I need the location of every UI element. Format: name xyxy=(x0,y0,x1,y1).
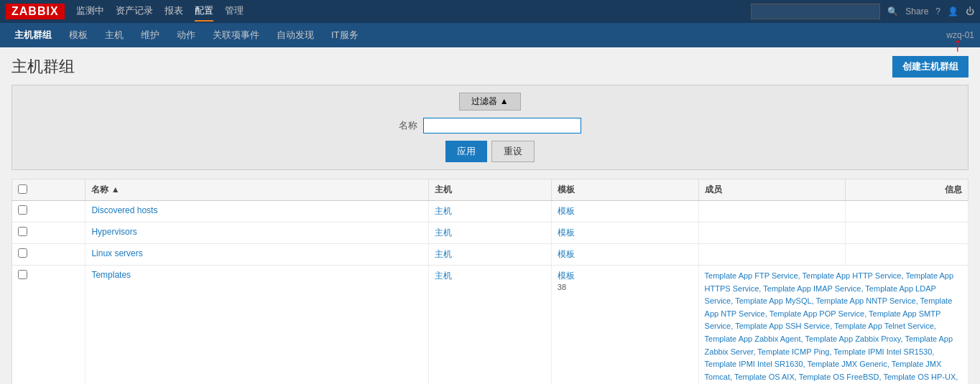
arrow-container: ↑ 创建主机群组 xyxy=(892,56,969,78)
template-item-link[interactable]: Template App Telnet Service xyxy=(834,322,934,330)
template-item-link[interactable]: Template JMX Generic xyxy=(807,360,887,368)
row-hosts: 主机 xyxy=(429,266,552,385)
hosts-link[interactable]: 主机 xyxy=(435,249,452,259)
row-select-checkbox[interactable] xyxy=(18,248,27,258)
settings-icon[interactable]: ⏻ xyxy=(966,6,974,17)
row-hosts: 主机 xyxy=(429,223,552,244)
row-members xyxy=(698,244,846,266)
template-item-link[interactable]: Template ICMP Ping xyxy=(757,347,829,356)
row-checkbox xyxy=(12,223,85,244)
filter-section: 过滤器 ▲ 名称 应用 重设 xyxy=(11,85,969,170)
template-item-link[interactable]: Template App SSH Service xyxy=(735,322,830,330)
filter-toggle-button[interactable]: 过滤器 ▲ xyxy=(459,93,520,111)
table-row: Hypervisors 主机 模板 xyxy=(12,223,969,244)
col-header-checkbox xyxy=(12,179,85,201)
nav-autodiscovery[interactable]: 自动发现 xyxy=(268,24,323,46)
col-header-templates: 模板 xyxy=(551,179,698,201)
row-info xyxy=(846,201,969,223)
row-templates-list: Template App FTP Service, Template App H… xyxy=(698,266,968,385)
page-title: 主机群组 xyxy=(11,56,75,78)
filter-name-input[interactable] xyxy=(423,118,581,134)
template-item-link[interactable]: Template App POP Service xyxy=(769,309,864,318)
nav-reports[interactable]: 报表 xyxy=(165,1,183,22)
template-item-link[interactable]: Template App Zabbix Proxy xyxy=(805,334,900,343)
page-content: 主机群组 ↑ 创建主机群组 过滤器 ▲ 名称 应用 重设 名称 ▲ 主机 xyxy=(0,47,980,384)
row-name: Discovered hosts xyxy=(85,201,429,223)
nav-config[interactable]: 配置 xyxy=(195,1,213,22)
row-name: Hypervisors xyxy=(85,223,429,244)
top-right-controls: 🔍 Share ? 👤 ⏻ xyxy=(751,4,974,19)
nav-correlation[interactable]: 关联项事件 xyxy=(204,24,268,46)
hostgroup-link[interactable]: Discovered hosts xyxy=(91,205,157,215)
create-hostgroup-button[interactable]: 创建主机群组 xyxy=(892,56,969,78)
col-header-hosts: 主机 xyxy=(429,179,552,201)
nav-templates[interactable]: 模板 xyxy=(60,24,96,46)
row-templates: 模板 xyxy=(551,244,698,266)
row-templates: 模板 xyxy=(551,201,698,223)
hostgroup-link[interactable]: Templates xyxy=(91,270,131,280)
filter-header: 过滤器 ▲ xyxy=(19,93,961,111)
template-item-link[interactable]: Template OS HP-UX xyxy=(883,373,956,381)
hosts-link[interactable]: 主机 xyxy=(435,271,452,281)
select-all-checkbox[interactable] xyxy=(18,184,27,194)
table-header-row: 名称 ▲ 主机 模板 成员 信息 xyxy=(12,179,969,201)
templates-link[interactable]: 模板 xyxy=(558,249,575,259)
search-input[interactable] xyxy=(751,4,880,19)
nav-hosts[interactable]: 主机 xyxy=(96,24,132,46)
row-hosts: 主机 xyxy=(429,201,552,223)
top-icons: 🔍 Share ? 👤 ⏻ xyxy=(887,6,974,17)
template-count: 38 xyxy=(558,283,566,291)
nav-maintenance[interactable]: 维护 xyxy=(132,24,168,46)
row-select-checkbox[interactable] xyxy=(18,227,27,236)
row-name: Linux servers xyxy=(85,244,429,266)
hostgroups-table: 名称 ▲ 主机 模板 成员 信息 Discovered hosts 主机 模板 … xyxy=(11,179,969,384)
help-icon[interactable]: ? xyxy=(935,6,940,17)
row-select-checkbox[interactable] xyxy=(18,205,27,215)
search-icon[interactable]: 🔍 xyxy=(887,6,898,17)
templates-link[interactable]: 模板 xyxy=(558,228,575,238)
row-checkbox xyxy=(12,201,85,223)
col-header-members: 成员 xyxy=(698,179,846,201)
hosts-link[interactable]: 主机 xyxy=(435,206,452,216)
nav-assets[interactable]: 资产记录 xyxy=(116,1,153,22)
templates-link[interactable]: 模板 xyxy=(558,271,575,281)
templates-list-cell: Template App FTP Service, Template App H… xyxy=(705,270,962,384)
nav-actions[interactable]: 动作 xyxy=(168,24,204,46)
row-select-checkbox[interactable] xyxy=(18,270,27,279)
nav-itservices[interactable]: IT服务 xyxy=(323,24,367,46)
template-item-link[interactable]: Template IPMI Intel SR1630 xyxy=(705,360,803,368)
template-item-link[interactable]: Template IPMI Intel SR1530 xyxy=(833,347,932,356)
template-item-link[interactable]: Template App Zabbix Agent xyxy=(705,334,801,343)
nav-admin[interactable]: 管理 xyxy=(225,1,244,22)
hostgroup-link[interactable]: Linux servers xyxy=(91,248,142,258)
template-item-link[interactable]: Template App FTP Service xyxy=(705,271,798,280)
template-item-link[interactable]: Template App NNTP Service xyxy=(815,296,915,305)
hostgroup-link[interactable]: Hypervisors xyxy=(91,227,137,237)
top-bar: ZABBIX 监测中 资产记录 报表 配置 管理 🔍 Share ? 👤 ⏻ xyxy=(0,0,980,23)
template-item-link[interactable]: Template App HTTP Service xyxy=(803,271,902,280)
row-name: Templates xyxy=(85,266,429,385)
apply-filter-button[interactable]: 应用 xyxy=(445,141,487,162)
template-item-link[interactable]: Template OS AIX xyxy=(734,373,795,381)
user-icon[interactable]: 👤 xyxy=(948,6,958,17)
template-item-link[interactable]: Template App MySQL xyxy=(735,296,811,305)
col-header-name[interactable]: 名称 ▲ xyxy=(85,179,429,201)
nav-hostgroups[interactable]: 主机群组 xyxy=(6,24,60,46)
nav-monitoring[interactable]: 监测中 xyxy=(76,1,104,22)
filter-actions: 应用 重设 xyxy=(19,141,961,162)
share-icon[interactable]: Share xyxy=(905,6,928,17)
row-hosts: 主机 xyxy=(429,244,552,266)
templates-link[interactable]: 模板 xyxy=(558,206,575,216)
second-nav: 主机群组 模板 主机 维护 动作 关联项事件 自动发现 IT服务 wzq-01 xyxy=(0,23,980,47)
table-row: Discovered hosts 主机 模板 xyxy=(12,201,969,223)
table-row: Linux servers 主机 模板 xyxy=(12,244,969,266)
reset-filter-button[interactable]: 重设 xyxy=(491,141,535,162)
col-header-info: 信息 xyxy=(846,179,969,201)
row-members xyxy=(698,201,846,223)
filter-body: 名称 xyxy=(19,118,961,134)
hosts-link[interactable]: 主机 xyxy=(435,228,452,238)
template-item-link[interactable]: Template OS FreeBSD xyxy=(799,373,879,381)
row-info xyxy=(846,223,969,244)
row-checkbox xyxy=(12,244,85,266)
template-item-link[interactable]: Template App IMAP Service xyxy=(763,284,861,293)
